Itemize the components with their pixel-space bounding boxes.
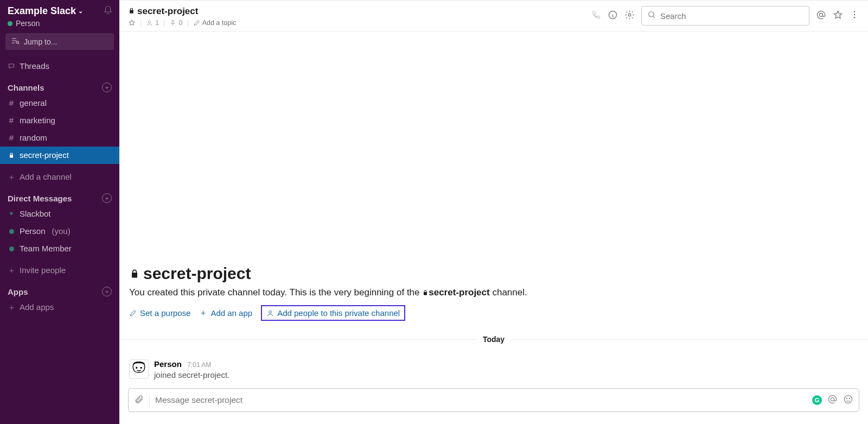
channel-meta: | 1 | 0 | Add a topic: [128, 19, 236, 27]
attach-icon[interactable]: [134, 394, 150, 406]
svg-point-5: [819, 13, 822, 16]
members-count-value: 1: [155, 19, 159, 27]
jump-to[interactable]: Jump to...: [5, 33, 114, 50]
svg-point-13: [844, 395, 852, 403]
svg-point-1: [149, 21, 151, 23]
add-app-link[interactable]: ＋ Add an app: [199, 308, 252, 318]
members-count[interactable]: 1: [146, 19, 159, 27]
message-text: joined secret-project.: [154, 370, 229, 379]
add-dm-icon[interactable]: +: [102, 193, 112, 203]
workspace-name[interactable]: Example Slack ⌄: [8, 5, 83, 17]
star-outline-icon[interactable]: [833, 10, 843, 22]
sidebar-item-label: secret-project: [20, 149, 69, 162]
current-user-label: Person: [16, 19, 40, 28]
message-composer[interactable]: G: [128, 388, 859, 412]
main-area: secret-project | 1 | 0 |: [119, 0, 868, 424]
dm-item-team-member[interactable]: Team Member: [0, 240, 119, 257]
invite-label: Invite people: [20, 264, 66, 277]
svg-point-6: [854, 11, 855, 12]
at-icon[interactable]: [816, 10, 826, 22]
hash-icon: #: [8, 114, 15, 127]
apps-section-header: Apps +: [0, 279, 119, 299]
search-input[interactable]: [660, 11, 803, 21]
message-row[interactable]: Person 7:01 AM joined secret-project.: [119, 355, 868, 384]
dm-header-label: Direct Messages: [8, 194, 72, 203]
intro-actions: Set a purpose ＋ Add an app Add people to…: [129, 305, 858, 321]
phone-icon[interactable]: [591, 10, 601, 22]
intro-channel-name: secret-project: [143, 264, 251, 283]
add-topic[interactable]: Add a topic: [193, 19, 237, 27]
dm-item-person[interactable]: Person (you): [0, 223, 119, 240]
intro-title: secret-project: [129, 264, 858, 283]
intro-description: You created this private channel today. …: [129, 287, 858, 299]
search-icon: [647, 10, 656, 21]
channels-section-header: Channels +: [0, 75, 119, 94]
search-box[interactable]: [641, 6, 809, 26]
sidebar-item-marketing[interactable]: # marketing: [0, 112, 119, 129]
message-author[interactable]: Person: [154, 359, 182, 369]
svg-point-0: [16, 41, 18, 43]
svg-point-15: [849, 398, 850, 398]
svg-point-4: [649, 12, 654, 17]
gear-icon[interactable]: [624, 10, 635, 22]
pinned-count[interactable]: 0: [169, 19, 182, 27]
at-icon[interactable]: [827, 394, 838, 407]
add-channel-link[interactable]: ＋ Add a channel: [0, 168, 119, 186]
add-topic-label: Add a topic: [202, 19, 237, 27]
sidebar-item-random[interactable]: # random: [0, 129, 119, 147]
set-purpose-label: Set a purpose: [140, 308, 190, 318]
bell-icon[interactable]: [103, 5, 113, 17]
svg-point-10: [136, 368, 137, 369]
channel-title[interactable]: secret-project: [128, 6, 236, 17]
add-apps-label: Add apps: [20, 301, 54, 314]
jump-icon: [11, 36, 20, 47]
user-presence[interactable]: Person: [0, 19, 119, 33]
workspace-header[interactable]: Example Slack ⌄: [0, 0, 119, 19]
svg-point-8: [854, 17, 855, 18]
add-app-icon[interactable]: +: [102, 287, 112, 296]
add-channel-icon[interactable]: +: [102, 83, 112, 92]
hash-icon: #: [8, 97, 15, 110]
lock-icon: [422, 288, 429, 299]
chevron-down-icon: ⌄: [78, 8, 83, 15]
info-icon[interactable]: [608, 10, 618, 22]
more-icon[interactable]: [850, 10, 859, 22]
heart-icon: ♥: [8, 209, 15, 219]
star-icon[interactable]: [128, 19, 136, 27]
grammarly-icon[interactable]: G: [812, 395, 822, 405]
sidebar-item-general[interactable]: # general: [0, 94, 119, 112]
hash-icon: #: [8, 131, 15, 144]
dm-you-suffix: (you): [52, 225, 71, 238]
add-people-link[interactable]: Add people to this private channel: [261, 305, 405, 321]
plus-icon: ＋: [8, 301, 15, 314]
presence-dot-icon: [8, 229, 15, 234]
dm-section-header: Direct Messages +: [0, 186, 119, 205]
add-apps-link[interactable]: ＋ Add apps: [0, 299, 119, 316]
sidebar-item-threads[interactable]: Threads: [0, 58, 119, 75]
add-people-label: Add people to this private channel: [277, 308, 400, 318]
svg-point-14: [846, 398, 847, 398]
avatar[interactable]: [129, 359, 149, 379]
add-app-label: Add an app: [210, 308, 252, 318]
composer-input[interactable]: [155, 395, 807, 405]
set-purpose-link[interactable]: Set a purpose: [129, 308, 190, 318]
sidebar-item-label: general: [20, 97, 47, 110]
channel-title-label: secret-project: [137, 6, 198, 17]
add-channel-label: Add a channel: [20, 170, 72, 183]
invite-people-link[interactable]: ＋ Invite people: [0, 262, 119, 279]
lock-icon: [128, 6, 135, 17]
svg-point-7: [854, 14, 855, 15]
intro-desc-suffix: channel.: [492, 287, 527, 298]
dm-item-slackbot[interactable]: ♥ Slackbot: [0, 205, 119, 223]
channel-header: secret-project | 1 | 0 |: [119, 0, 868, 31]
pinned-count-value: 0: [178, 19, 182, 27]
header-actions: [591, 6, 859, 26]
intro-channel-bold: secret-project: [429, 287, 489, 298]
sidebar-item-secret-project[interactable]: secret-project: [0, 147, 119, 164]
day-divider: Today: [119, 339, 868, 350]
sidebar-item-label: random: [20, 131, 47, 144]
presence-dot-icon: [8, 21, 12, 26]
svg-point-3: [628, 14, 631, 16]
apps-header-label: Apps: [8, 287, 28, 296]
emoji-icon[interactable]: [843, 394, 853, 407]
